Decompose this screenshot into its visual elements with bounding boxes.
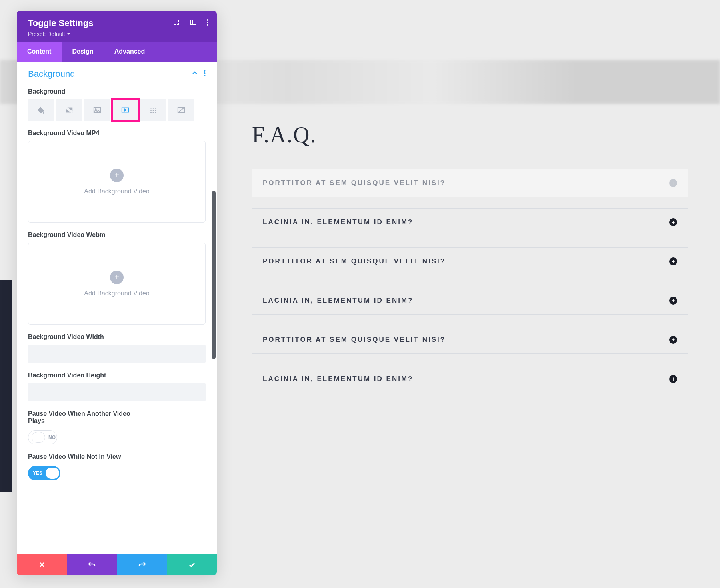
background-type-tabs [28,99,206,121]
faq-accordion: Porttitor at sem quisque velit nisi?+Lac… [252,169,688,393]
section-more-icon[interactable] [204,70,206,78]
svg-point-3 [207,22,208,23]
accordion-item-label: Porttitor at sem quisque velit nisi? [263,179,446,187]
tab-design[interactable]: Design [62,42,104,62]
mask-icon [177,106,186,114]
tab-content[interactable]: Content [17,42,62,62]
plus-circle-icon: + [669,375,677,383]
preset-label: Preset: Default [28,31,65,37]
cancel-button[interactable] [17,554,67,575]
bg-tab-color[interactable] [28,99,54,121]
settings-panel: Toggle Settings Preset: Default Content … [17,11,217,575]
svg-point-20 [155,112,156,113]
label-mp4: Background Video MP4 [28,130,206,137]
dropzone-mp4[interactable]: + Add Background Video [28,141,206,223]
panel-header-actions [173,19,209,26]
panel-body: Background Background Video MP4 + [17,83,217,554]
accordion-item[interactable]: Porttitor at sem quisque velit nisi?+ [252,247,688,275]
svg-point-2 [207,19,208,21]
dropzone-text: Add Background Video [84,188,149,195]
label-background: Background [28,88,206,95]
undo-icon [88,561,96,569]
accordion-item-label: Porttitor at sem quisque velit nisi? [263,336,446,344]
bg-tab-mask[interactable] [168,99,194,121]
bg-tab-video[interactable] [112,99,138,121]
accordion-item-label: Lacinia in, elementum id enim? [263,297,413,305]
plus-circle-icon: + [669,336,677,344]
expand-icon[interactable] [173,19,180,26]
preset-selector[interactable]: Preset: Default [28,31,71,37]
accordion-item[interactable]: Lacinia in, elementum id enim?+ [252,208,688,236]
dark-sidebar-strip [0,280,12,492]
dropzone-webm[interactable]: + Add Background Video [28,243,206,325]
chevron-up-icon[interactable] [192,70,198,78]
bg-tab-gradient[interactable] [56,99,82,121]
toggle-knob [46,468,59,479]
panel-tabs: Content Design Advanced [17,42,217,62]
section-header[interactable]: Background [17,62,217,83]
accordion-item[interactable]: Porttitor at sem quisque velit nisi?+ [252,169,688,197]
svg-point-19 [153,112,154,113]
toggle-label-yes: YES [33,470,42,476]
caret-down-icon [67,32,71,36]
bg-tab-image[interactable] [84,99,110,121]
video-icon [121,106,130,114]
sidebar-icon[interactable] [190,19,197,26]
label-webm: Background Video Webm [28,231,206,239]
gradient-icon [65,106,74,114]
toggle-pause-view[interactable]: YES [28,466,60,480]
undo-button[interactable] [67,554,117,575]
plus-circle-icon: + [669,257,677,265]
accordion-item[interactable]: Lacinia in, elementum id enim?+ [252,287,688,315]
input-video-width[interactable] [28,345,206,363]
dropzone-text: Add Background Video [84,290,149,297]
svg-point-14 [155,108,156,109]
label-height: Background Video Height [28,372,206,379]
plus-circle-icon: + [669,179,677,187]
close-icon [38,561,46,568]
svg-point-15 [150,110,152,111]
plus-icon: + [110,169,124,182]
accordion-item[interactable]: Lacinia in, elementum id enim?+ [252,365,688,393]
save-button[interactable] [167,554,217,575]
label-pause-another: Pause Video When Another Video Plays [28,410,132,425]
svg-point-18 [150,112,152,113]
toggle-label-no: NO [48,435,56,440]
plus-circle-icon: + [669,218,677,226]
toggle-pause-another[interactable]: NO [28,430,57,444]
paint-bucket-icon [37,106,46,114]
svg-point-6 [204,72,206,74]
svg-point-7 [204,75,206,76]
svg-point-12 [150,108,152,109]
tab-advanced[interactable]: Advanced [104,42,155,62]
redo-icon [138,561,146,569]
accordion-item-label: Lacinia in, elementum id enim? [263,218,413,226]
label-pause-view: Pause Video While Not In View [28,453,132,460]
svg-point-5 [204,70,206,72]
image-icon [93,106,102,114]
panel-footer [17,554,217,575]
svg-point-16 [153,110,154,111]
check-icon [188,561,196,569]
pattern-icon [149,106,158,114]
svg-point-17 [155,110,156,111]
plus-circle-icon: + [669,297,677,305]
toggle-knob [32,432,45,443]
more-icon[interactable] [206,19,209,26]
panel-header[interactable]: Toggle Settings Preset: Default [17,11,217,42]
label-width: Background Video Width [28,333,206,341]
accordion-item-label: Lacinia in, elementum id enim? [263,375,413,383]
section-title: Background [28,69,75,79]
redo-button[interactable] [117,554,167,575]
svg-point-13 [153,108,154,109]
scrollbar-thumb[interactable] [212,191,216,359]
section-actions [192,70,206,78]
accordion-item-label: Porttitor at sem quisque velit nisi? [263,257,446,265]
page-title: F.A.Q. [252,122,688,147]
bg-tab-pattern[interactable] [140,99,166,121]
svg-point-4 [207,24,208,26]
input-video-height[interactable] [28,383,206,401]
plus-icon: + [110,271,124,284]
main-content: F.A.Q. Porttitor at sem quisque velit ni… [252,122,688,393]
accordion-item[interactable]: Porttitor at sem quisque velit nisi?+ [252,326,688,354]
